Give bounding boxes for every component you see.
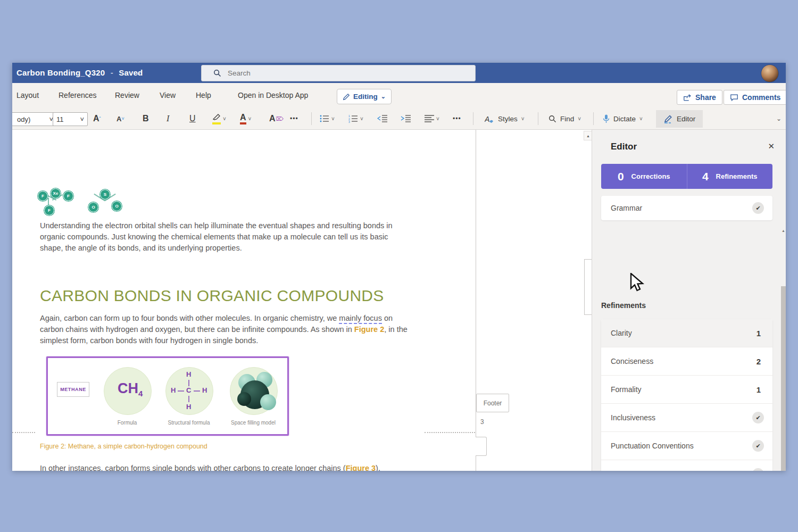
word-app-window: Carbon Bonding_Q320 - Saved ⌄ Layout Ref… [12, 63, 786, 471]
more-paragraph-options-button[interactable]: ••• [453, 112, 461, 126]
punctuation-check-icon: ✔ [752, 440, 764, 452]
paragraph: In other instances, carbon forms single … [40, 463, 409, 471]
find-label: Find [560, 115, 574, 123]
editing-mode-dropdown[interactable]: Editing ⌄ [337, 89, 392, 104]
tab-references[interactable]: References [59, 91, 97, 99]
decrease-indent-icon [377, 114, 388, 123]
close-editor-pane-icon[interactable]: ✕ [768, 142, 775, 151]
bold-button[interactable]: B [143, 112, 149, 126]
underline-button[interactable]: U [189, 112, 196, 126]
share-button[interactable]: Share [677, 90, 722, 105]
corrections-refinements-toggle: 0 Corrections 4 Refinements [601, 164, 772, 189]
microphone-icon [603, 114, 610, 123]
refinements-count: 4 [702, 170, 709, 183]
search-icon [213, 69, 221, 77]
formatting-toolbar: ody) ˅ 11 ˅ Aˆ A˅ B I U ˅ A ˅ A⌦ ••• ˅ 1… [12, 109, 786, 130]
clear-formatting-button[interactable]: A⌦ [269, 112, 284, 126]
comments-button[interactable]: Comments [724, 90, 786, 105]
editor-pane: Editor ✕ 0 Corrections 4 Refinements Gra… [592, 130, 786, 471]
refinement-row-clarity[interactable]: Clarity 1 [601, 319, 772, 347]
paragraph: Again, carbon can form up to four bonds … [40, 313, 409, 346]
tab-layout[interactable]: Layout [16, 91, 39, 99]
bullet-list-chevron-icon: ˅ [331, 116, 335, 122]
heading-carbon-bonds: CARBON BONDS IN ORGANIC COMPOUNDS [40, 287, 384, 305]
grow-font-button[interactable]: Aˆ [93, 112, 101, 126]
comments-icon [730, 94, 738, 102]
tab-view[interactable]: View [160, 91, 176, 99]
numbered-list-button[interactable]: 123 ˅ [348, 112, 363, 126]
header-tag-partial[interactable] [476, 437, 487, 456]
refinement-row-sensitive-geopolitical-references[interactable]: Sensitive Geopolitical References ✔ [601, 460, 772, 471]
highlight-chevron-icon: ˅ [223, 116, 226, 122]
font-size-value: 11 [56, 115, 64, 123]
search-input[interactable] [227, 69, 388, 78]
document-title[interactable]: Carbon Bonding_Q320 - Saved [16, 68, 143, 77]
highlight-color-button[interactable]: ˅ [212, 112, 226, 126]
figure2-reference-link[interactable]: Figure 2 [354, 325, 384, 334]
refinement-row-inclusiveness[interactable]: Inclusiveness ✔ [601, 404, 772, 432]
editor-pane-scrollbar-thumb[interactable] [781, 286, 786, 471]
styles-dropdown[interactable]: A Styles ˅ [480, 110, 529, 128]
font-size-dropdown[interactable]: 11 ˅ [53, 112, 88, 126]
footer-tag[interactable]: Footer [476, 394, 509, 412]
search-box[interactable] [201, 65, 476, 81]
tab-help[interactable]: Help [196, 91, 211, 99]
open-in-desktop-app-button[interactable]: Open in Desktop App [238, 91, 308, 99]
document-canvas[interactable]: F Xe F F S O O Understanding the electro… [12, 130, 592, 471]
corrections-label: Corrections [631, 172, 670, 180]
toolbar-separator [593, 112, 594, 125]
italic-button[interactable]: I [167, 112, 169, 126]
font-size-chevron-icon: ˅ [80, 115, 84, 123]
editor-button[interactable]: Editor [656, 110, 703, 128]
find-dropdown[interactable]: Find ˅ [544, 110, 585, 128]
figure3-reference-link[interactable]: Figure 3 [346, 464, 376, 471]
title-chevron-down-icon[interactable]: ⌄ [136, 69, 142, 77]
refinement-row-conciseness[interactable]: Conciseness 2 [601, 347, 772, 376]
document-scrollbar-thumb[interactable] [584, 259, 592, 315]
collapse-ribbon-chevron-icon[interactable]: ⌄ [776, 112, 782, 126]
figure2-methane-image[interactable]: METHANE CH4 H H C H H [46, 356, 289, 436]
bullet-list-button[interactable]: ˅ [320, 112, 335, 126]
font-color-button[interactable]: A ˅ [240, 112, 251, 126]
alignment-button[interactable]: ˅ [425, 112, 439, 126]
editor-pen-icon [663, 115, 672, 123]
mouse-cursor [629, 273, 645, 293]
editor-pane-title: Editor [611, 142, 637, 152]
refinements-section-header: Refinements [601, 301, 646, 310]
styles-icon: A [485, 115, 494, 123]
methane-label: METHANE [57, 382, 89, 397]
decrease-indent-button[interactable] [377, 112, 388, 126]
find-chevron-icon: ˅ [578, 116, 581, 122]
corrections-count: 0 [618, 170, 624, 183]
pane-scroll-up-icon: ▲ [782, 229, 785, 232]
document-name: Carbon Bonding_Q320 [16, 68, 105, 77]
font-name-value: ody) [17, 115, 30, 123]
alignment-chevron-icon: ˅ [436, 116, 439, 122]
find-icon [548, 115, 556, 123]
page-number: 3 [480, 418, 484, 426]
dictate-dropdown[interactable]: Dictate ˅ [598, 110, 647, 128]
font-name-dropdown[interactable]: ody) ˅ [12, 112, 57, 126]
bullet-list-icon [320, 114, 329, 123]
refinements-toggle[interactable]: 4 Refinements [687, 164, 773, 189]
tab-review[interactable]: Review [115, 91, 139, 99]
pencil-icon [343, 93, 350, 101]
editor-pane-scrollbar[interactable]: ▲ [780, 130, 786, 471]
more-font-options-button[interactable]: ••• [290, 112, 298, 126]
user-avatar[interactable] [761, 64, 779, 82]
refinement-row-formality[interactable]: Formality 1 [601, 376, 772, 404]
clarity-count: 1 [757, 329, 761, 338]
toolbar-separator [311, 112, 312, 125]
page-boundary-dotted-line [12, 432, 35, 433]
shrink-font-button[interactable]: A˅ [117, 112, 124, 126]
grammar-check-icon: ✔ [752, 202, 764, 214]
corrections-toggle[interactable]: 0 Corrections [601, 164, 687, 189]
refinement-row-punctuation-conventions[interactable]: Punctuation Conventions ✔ [601, 432, 772, 460]
figure2-caption: Figure 2: Methane, a simple carbon-hydro… [40, 443, 207, 450]
page-edge-divider [476, 130, 476, 471]
editor-suggestion-underline[interactable]: mainly focus [339, 314, 382, 324]
increase-indent-button[interactable] [401, 112, 411, 126]
grammar-category-row[interactable]: Grammar ✔ [601, 196, 772, 220]
dictate-chevron-icon: ˅ [639, 116, 643, 122]
title-bar: Carbon Bonding_Q320 - Saved ⌄ [12, 63, 786, 83]
